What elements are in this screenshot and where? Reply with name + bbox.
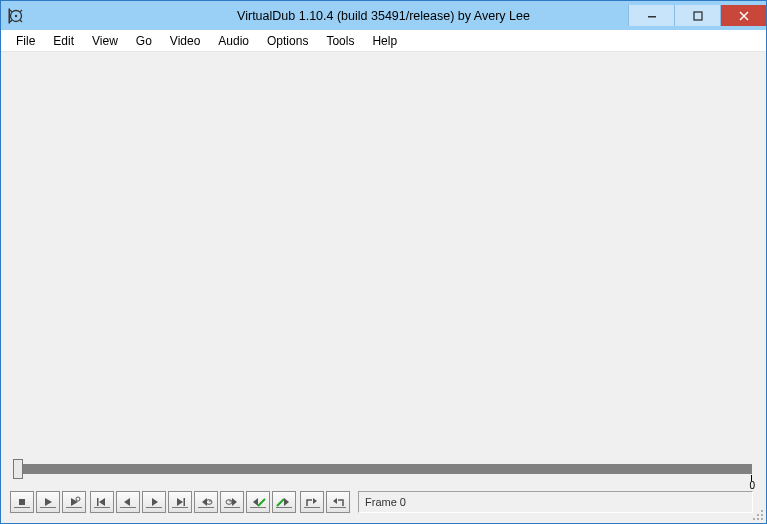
go-end-button[interactable] [168, 491, 192, 513]
step-back-button[interactable] [116, 491, 140, 513]
menu-file[interactable]: File [7, 31, 44, 51]
key-prev-button[interactable] [194, 491, 218, 513]
menu-options[interactable]: Options [258, 31, 317, 51]
svg-rect-11 [94, 507, 110, 508]
svg-rect-14 [184, 498, 186, 506]
svg-point-28 [761, 514, 763, 516]
svg-point-31 [761, 518, 763, 520]
svg-rect-6 [14, 507, 30, 508]
timeline[interactable]: 0 [1, 455, 766, 485]
maximize-button[interactable] [674, 5, 720, 26]
svg-point-20 [229, 500, 231, 502]
svg-point-29 [753, 518, 755, 520]
app-icon [8, 8, 24, 24]
svg-rect-25 [330, 507, 346, 508]
play-output-button[interactable] [62, 491, 86, 513]
svg-point-17 [209, 500, 211, 502]
svg-rect-10 [97, 498, 99, 506]
svg-point-30 [757, 518, 759, 520]
play-input-button[interactable] [36, 491, 60, 513]
svg-rect-22 [250, 507, 266, 508]
playback-group [10, 491, 86, 513]
svg-point-8 [76, 497, 80, 501]
minimize-button[interactable] [628, 5, 674, 26]
video-pane-area [1, 52, 766, 455]
svg-point-26 [761, 510, 763, 512]
svg-rect-5 [19, 499, 25, 505]
menu-audio[interactable]: Audio [209, 31, 258, 51]
svg-rect-23 [276, 507, 292, 508]
menu-video[interactable]: Video [161, 31, 209, 51]
scene-prev-button[interactable] [246, 491, 270, 513]
timeline-track[interactable] [23, 464, 752, 474]
mark-in-button[interactable] [300, 491, 324, 513]
scene-next-button[interactable] [272, 491, 296, 513]
svg-point-19 [226, 500, 232, 505]
svg-rect-9 [66, 507, 82, 508]
bottom-toolbar: Frame 0 [1, 485, 766, 523]
timeline-end-label: 0 [749, 480, 755, 491]
svg-rect-2 [9, 8, 11, 23]
svg-point-1 [15, 14, 17, 16]
key-next-button[interactable] [220, 491, 244, 513]
svg-rect-3 [648, 16, 656, 18]
mark-group [300, 491, 350, 513]
svg-rect-7 [40, 507, 56, 508]
app-window: VirtualDub 1.10.4 (build 35491/release) … [0, 0, 767, 524]
svg-rect-18 [198, 507, 214, 508]
svg-point-27 [757, 514, 759, 516]
resize-grip[interactable] [752, 509, 764, 521]
svg-rect-12 [120, 507, 136, 508]
menu-go[interactable]: Go [127, 31, 161, 51]
frame-indicator: Frame 0 [358, 491, 753, 513]
menu-tools[interactable]: Tools [317, 31, 363, 51]
mark-out-button[interactable] [326, 491, 350, 513]
svg-rect-24 [304, 507, 320, 508]
svg-rect-13 [146, 507, 162, 508]
svg-rect-4 [694, 12, 702, 20]
menu-help[interactable]: Help [363, 31, 406, 51]
svg-rect-15 [172, 507, 188, 508]
menu-bar: File Edit View Go Video Audio Options To… [1, 30, 766, 52]
svg-rect-21 [224, 507, 240, 508]
window-controls [628, 5, 766, 26]
timeline-thumb[interactable] [13, 459, 23, 479]
close-button[interactable] [720, 5, 766, 26]
go-start-button[interactable] [90, 491, 114, 513]
stop-button[interactable] [10, 491, 34, 513]
menu-edit[interactable]: Edit [44, 31, 83, 51]
title-bar[interactable]: VirtualDub 1.10.4 (build 35491/release) … [1, 1, 766, 30]
step-forward-button[interactable] [142, 491, 166, 513]
nav-group [90, 491, 296, 513]
menu-view[interactable]: View [83, 31, 127, 51]
